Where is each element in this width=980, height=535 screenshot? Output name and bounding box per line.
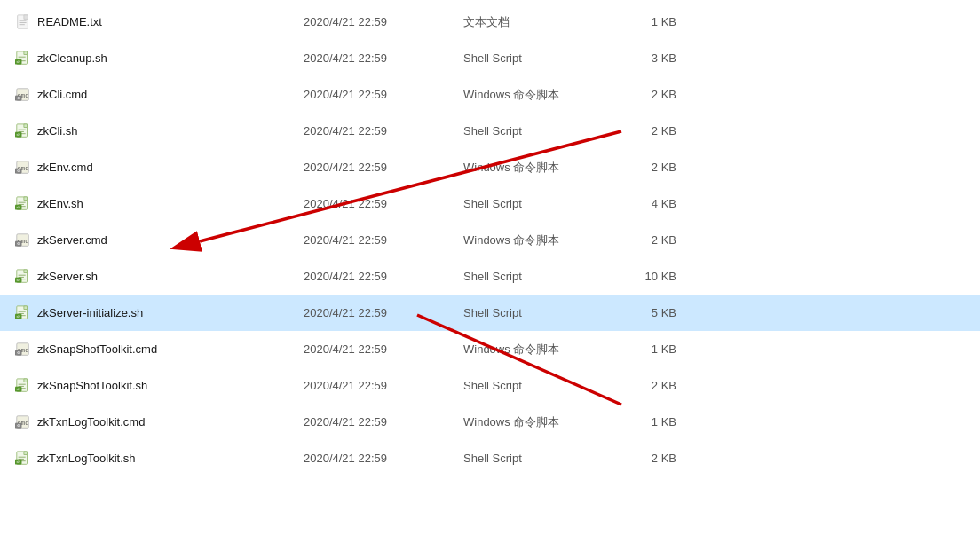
file-date: 2020/4/21 22:59 <box>304 51 463 65</box>
file-size: 4 KB <box>605 197 676 210</box>
svg-text:sh: sh <box>16 132 20 137</box>
file-date: 2020/4/21 22:59 <box>304 88 463 101</box>
file-name: zkServer.sh <box>37 270 304 283</box>
file-size: 2 KB <box>605 379 676 392</box>
file-icon <box>14 13 32 31</box>
file-date: 2020/4/21 22:59 <box>304 233 463 247</box>
file-name: zkSnapShotToolkit.sh <box>37 379 304 392</box>
file-date: 2020/4/21 22:59 <box>304 306 463 319</box>
svg-text:⚙: ⚙ <box>17 97 20 100</box>
svg-text:⚙: ⚙ <box>17 351 20 355</box>
file-size: 5 KB <box>605 306 676 319</box>
file-size: 10 KB <box>605 270 676 283</box>
file-name: zkServer-initialize.sh <box>37 306 304 319</box>
file-date: 2020/4/21 22:59 <box>304 415 463 429</box>
file-type: Shell Script <box>463 124 605 138</box>
file-size: 2 KB <box>605 88 676 101</box>
file-date: 2020/4/21 22:59 <box>304 124 463 138</box>
file-name: zkTxnLogToolkit.sh <box>37 452 304 465</box>
file-type: Shell Script <box>463 452 605 465</box>
file-icon: sh <box>14 450 32 468</box>
file-icon: cmd ⚙ <box>14 232 32 249</box>
file-name: zkCli.cmd <box>37 88 304 101</box>
file-date: 2020/4/21 22:59 <box>304 452 463 465</box>
file-type: Shell Script <box>463 51 605 65</box>
file-date: 2020/4/21 22:59 <box>304 270 463 283</box>
file-name: README.txt <box>37 15 304 28</box>
table-row[interactable]: sh zkEnv.sh 2020/4/21 22:59 Shell Script… <box>0 185 980 222</box>
table-row[interactable]: sh zkServer-initialize.sh 2020/4/21 22:5… <box>0 295 980 331</box>
svg-text:sh: sh <box>16 387 20 391</box>
svg-text:sh: sh <box>16 278 20 282</box>
file-size: 1 KB <box>605 415 676 429</box>
file-icon: sh <box>14 268 32 286</box>
file-icon: cmd ⚙ <box>14 159 32 177</box>
table-row[interactable]: sh zkCli.sh 2020/4/21 22:59 Shell Script… <box>0 113 980 149</box>
file-size: 2 KB <box>605 452 676 465</box>
file-icon: cmd ⚙ <box>14 86 32 104</box>
file-type: Windows 命令脚本 <box>463 160 605 176</box>
table-row[interactable]: cmd ⚙ zkTxnLogToolkit.cmd 2020/4/21 22:5… <box>0 404 980 440</box>
svg-text:⚙: ⚙ <box>17 242 20 246</box>
file-list: README.txt 2020/4/21 22:59 文本文档 1 KB sh … <box>0 0 980 480</box>
file-type: Windows 命令脚本 <box>463 87 605 103</box>
file-type: Shell Script <box>463 197 605 210</box>
file-name: zkTxnLogToolkit.cmd <box>37 415 304 429</box>
file-size: 2 KB <box>605 124 676 138</box>
file-type: Windows 命令脚本 <box>463 232 605 248</box>
svg-text:⚙: ⚙ <box>17 424 20 428</box>
table-row[interactable]: cmd ⚙ zkCli.cmd 2020/4/21 22:59 Windows … <box>0 76 980 113</box>
svg-text:⚙: ⚙ <box>17 169 20 173</box>
file-name: zkServer.cmd <box>37 233 304 247</box>
file-icon: sh <box>14 304 32 322</box>
file-date: 2020/4/21 22:59 <box>304 197 463 210</box>
file-type: Windows 命令脚本 <box>463 414 605 430</box>
table-row[interactable]: README.txt 2020/4/21 22:59 文本文档 1 KB <box>0 4 980 40</box>
file-name: zkSnapShotToolkit.cmd <box>37 342 304 356</box>
table-row[interactable]: cmd ⚙ zkServer.cmd 2020/4/21 22:59 Windo… <box>0 222 980 258</box>
file-size: 2 KB <box>605 161 676 174</box>
file-name: zkCleanup.sh <box>37 51 304 65</box>
file-date: 2020/4/21 22:59 <box>304 379 463 392</box>
file-name: zkEnv.cmd <box>37 161 304 174</box>
file-icon: sh <box>14 50 32 67</box>
svg-text:sh: sh <box>16 314 20 319</box>
file-size: 1 KB <box>605 342 676 356</box>
file-type: Shell Script <box>463 306 605 319</box>
svg-text:sh: sh <box>16 59 20 64</box>
file-icon: cmd ⚙ <box>14 413 32 431</box>
file-type: Shell Script <box>463 379 605 392</box>
file-type: 文本文档 <box>463 14 605 30</box>
svg-text:sh: sh <box>16 205 20 209</box>
file-name: zkCli.sh <box>37 124 304 138</box>
table-row[interactable]: cmd ⚙ zkEnv.cmd 2020/4/21 22:59 Windows … <box>0 149 980 185</box>
table-row[interactable]: sh zkCleanup.sh 2020/4/21 22:59 Shell Sc… <box>0 40 980 76</box>
file-date: 2020/4/21 22:59 <box>304 161 463 174</box>
file-name: zkEnv.sh <box>37 197 304 210</box>
table-row[interactable]: cmd ⚙ zkSnapShotToolkit.cmd 2020/4/21 22… <box>0 331 980 367</box>
file-size: 3 KB <box>605 51 676 65</box>
file-icon: sh <box>14 377 32 395</box>
table-row[interactable]: sh zkSnapShotToolkit.sh 2020/4/21 22:59 … <box>0 367 980 404</box>
table-row[interactable]: sh zkServer.sh 2020/4/21 22:59 Shell Scr… <box>0 258 980 295</box>
file-icon: sh <box>14 195 32 213</box>
file-icon: sh <box>14 122 32 140</box>
file-icon: cmd ⚙ <box>14 341 32 358</box>
file-date: 2020/4/21 22:59 <box>304 342 463 356</box>
file-size: 2 KB <box>605 233 676 247</box>
table-row[interactable]: sh zkTxnLogToolkit.sh 2020/4/21 22:59 Sh… <box>0 440 980 476</box>
svg-text:sh: sh <box>16 460 20 464</box>
file-date: 2020/4/21 22:59 <box>304 15 463 28</box>
file-size: 1 KB <box>605 15 676 28</box>
file-type: Shell Script <box>463 270 605 283</box>
file-type: Windows 命令脚本 <box>463 342 605 358</box>
